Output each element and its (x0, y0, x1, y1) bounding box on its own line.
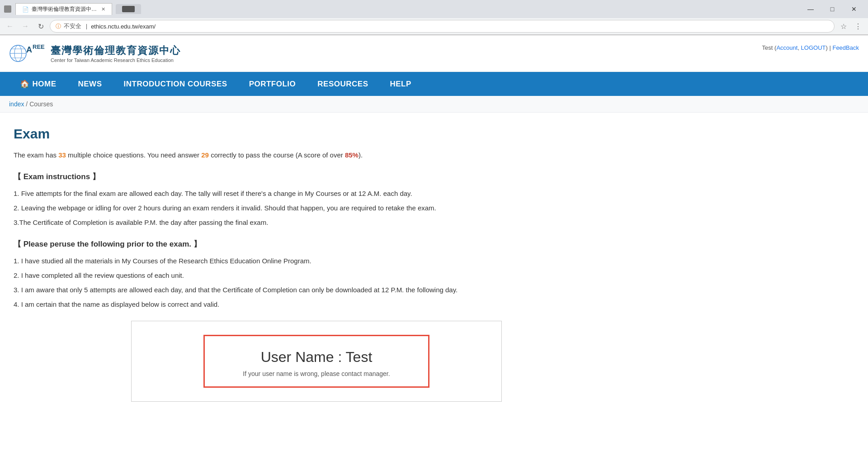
logo-chinese: 臺灣學術倫理教育資源中心 (51, 44, 181, 57)
active-tab-title: 臺灣學術倫理教育資源中… (32, 5, 97, 13)
separator-comma: , (797, 44, 801, 51)
browser-window-controls-left (4, 5, 12, 13)
breadcrumb: index / Courses (0, 96, 868, 113)
intro-mid1: multiple choice questions. You need answ… (66, 151, 201, 159)
back-button[interactable]: ← (4, 20, 16, 33)
peruse-item-2: 2. I have completed all the review quest… (14, 270, 619, 281)
header-user-info: Test (Account, LOGOUT) | FeedBack (762, 40, 859, 51)
breadcrumb-index[interactable]: index (9, 100, 24, 108)
url-text: ethics.nctu.edu.tw/exam/ (91, 23, 829, 30)
forward-button[interactable]: → (19, 20, 32, 33)
nav-news[interactable]: NEWS (67, 72, 113, 96)
total-questions: 33 (58, 151, 66, 159)
intro-end: ). (359, 151, 363, 159)
peruse-item-3: 3. I am aware that only 5 attempts are a… (14, 285, 619, 295)
maximize-button[interactable]: □ (822, 3, 843, 15)
breadcrumb-separator: / (26, 100, 29, 108)
security-icon: ⓘ (56, 23, 61, 30)
instruction-3: 3.The Certificate of Completion is avail… (14, 217, 619, 228)
exam-instructions-header: 【 Exam instructions 】 (14, 171, 619, 182)
nav-intro-courses[interactable]: INTRODUCTION COURSES (113, 72, 238, 96)
nav-resources-label: RESOURCES (317, 80, 368, 89)
logo-english: Center for Taiwan Academic Research Ethi… (51, 57, 181, 63)
svg-text:REE: REE (33, 43, 45, 50)
nav-news-label: NEWS (78, 80, 102, 89)
close-button[interactable]: ✕ (844, 3, 864, 15)
tab-favicon: 📄 (22, 6, 29, 13)
browser-navbar: ← → ↻ ⓘ 不安全 | ethics.nctu.edu.tw/exam/ ☆… (0, 18, 868, 35)
home-icon: 🏠 (20, 79, 30, 89)
instruction-1: 1. Five attempts for the final exam are … (14, 188, 619, 199)
extensions-button[interactable]: ⋮ (852, 20, 864, 33)
active-tab[interactable]: 📄 臺灣學術倫理教育資源中… ✕ (15, 3, 112, 15)
address-bar[interactable]: ⓘ 不安全 | ethics.nctu.edu.tw/exam/ (50, 20, 835, 33)
account-link[interactable]: Account (776, 44, 797, 51)
security-label: 不安全 (64, 22, 81, 30)
logo-image: A REE (9, 40, 45, 67)
intro-mid2: correctly to pass the course (A score of… (209, 151, 345, 159)
peruse-header: 【 Please peruse the following prior to t… (14, 239, 619, 249)
reload-button[interactable]: ↻ (34, 20, 47, 33)
correct-required: 29 (201, 151, 209, 159)
nav-resources[interactable]: RESOURCES (307, 72, 379, 96)
peruse-item-4: 4. I am certain that the name as display… (14, 299, 619, 310)
user-name-box: User Name : Test If your user name is wr… (131, 321, 502, 402)
logout-link[interactable]: LOGOUT (801, 44, 826, 51)
nav-help[interactable]: HELP (379, 72, 422, 96)
main-content: Exam The exam has 33 multiple choice que… (0, 113, 633, 424)
user-name-inner-box: User Name : Test If your user name is wr… (203, 335, 429, 388)
bookmark-button[interactable]: ☆ (837, 20, 850, 33)
browser-chrome: 📄 臺灣學術倫理教育資源中… ✕ — □ ✕ ← → ↻ ⓘ 不安全 | eth… (0, 0, 868, 35)
feedback-link[interactable]: FeedBack (832, 44, 859, 51)
browser-titlebar: 📄 臺灣學術倫理教育資源中… ✕ — □ ✕ (0, 0, 868, 18)
user-name-display: User Name : Test (214, 349, 419, 366)
site-header: A REE 臺灣學術倫理教育資源中心 Center for Taiwan Aca… (0, 35, 868, 72)
svg-rect-0 (4, 5, 11, 13)
minimize-button[interactable]: — (800, 3, 821, 15)
nav-portfolio[interactable]: PORTFOLIO (238, 72, 307, 96)
tab-close-btn[interactable]: ✕ (101, 6, 105, 12)
user-suffix: ) | (826, 44, 833, 51)
pass-percent: 85% (345, 151, 359, 159)
exam-intro: The exam has 33 multiple choice question… (14, 150, 619, 161)
inactive-tab[interactable] (116, 4, 141, 14)
instruction-2: 2. Leaving the webpage or idling for ove… (14, 203, 619, 214)
peruse-list: 1. I have studied all the materials in M… (14, 256, 619, 310)
nav-home[interactable]: 🏠 HOME (9, 72, 67, 96)
page-title: Exam (14, 126, 619, 142)
main-nav: 🏠 HOME NEWS INTRODUCTION COURSES PORTFOL… (0, 72, 868, 96)
breadcrumb-current: Courses (29, 100, 53, 108)
exam-instructions-list: 1. Five attempts for the final exam are … (14, 188, 619, 228)
inactive-tab-label (122, 6, 135, 12)
nav-actions: ☆ ⋮ (837, 20, 864, 33)
user-name-note: If your user name is wrong, please conta… (214, 370, 419, 377)
peruse-item-1: 1. I have studied all the materials in M… (14, 256, 619, 266)
logo-area: A REE 臺灣學術倫理教育資源中心 Center for Taiwan Aca… (9, 40, 181, 67)
svg-text:A: A (26, 45, 32, 54)
nav-intro-courses-label: INTRODUCTION COURSES (124, 80, 227, 89)
url-separator: | (86, 23, 87, 29)
user-text: Test ( (762, 44, 777, 51)
nav-help-label: HELP (390, 80, 411, 89)
nav-portfolio-label: PORTFOLIO (249, 80, 296, 89)
browser-system-icon (4, 5, 12, 13)
window-controls: — □ ✕ (800, 3, 864, 15)
nav-home-label: HOME (33, 80, 57, 89)
logo-text: 臺灣學術倫理教育資源中心 Center for Taiwan Academic … (51, 44, 181, 63)
intro-pre: The exam has (14, 151, 58, 159)
